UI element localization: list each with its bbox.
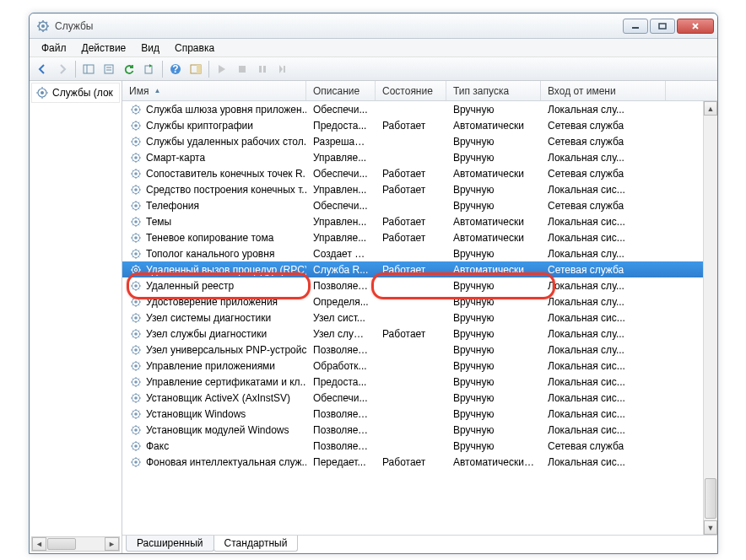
service-name: Служба шлюза уровня приложен... [146,104,306,116]
service-logon: Локальная сис... [541,376,666,388]
tree-h-scrollbar[interactable]: ◄ ► [31,536,120,552]
service-gear-icon [129,103,143,116]
service-row[interactable]: Удостоверение приложенияОпределя...Вручн… [122,293,717,310]
service-row[interactable]: Службы удаленных рабочих стол...Разрешае… [122,133,717,149]
service-row[interactable]: Установщик WindowsПозволяет...ВручнуюЛок… [122,406,717,422]
show-hide-tree-button[interactable] [79,60,98,78]
service-logon: Локальная сис... [541,360,666,372]
scroll-right-icon[interactable]: ► [105,537,119,551]
scroll-left-icon[interactable]: ◄ [32,537,46,551]
svg-rect-3 [659,24,666,29]
svg-text:?: ? [172,63,178,75]
maximize-button[interactable] [650,19,675,34]
service-row[interactable]: Управление сертификатами и кл...Предоста… [122,374,717,390]
service-startup: Автоматически [446,120,541,132]
content-area: Службы (лок ◄ ► Имя Описание Состояние Т… [30,81,717,553]
menu-action[interactable]: Действие [75,40,133,56]
forward-button[interactable] [53,60,72,78]
service-description: Узел сист... [306,312,376,324]
svg-point-53 [134,364,138,368]
column-logon[interactable]: Вход от имени [541,81,666,100]
service-row[interactable]: Узел системы диагностикиУзел сист...Вруч… [122,310,717,326]
tab-extended[interactable]: Расширенный [126,536,214,552]
service-description: Предоста... [306,376,376,388]
service-row[interactable]: ТемыУправлен...РаботаетАвтоматическиЛока… [122,213,717,229]
svg-point-39 [134,252,138,256]
minimize-button[interactable] [623,19,648,34]
service-description: Управлен... [306,184,376,196]
scroll-down-icon[interactable]: ▼ [704,520,717,535]
service-description: Обеспечи... [306,168,376,180]
back-button[interactable] [33,60,51,78]
titlebar[interactable]: Службы [30,13,717,39]
v-scrollbar[interactable]: ▲ ▼ [703,101,717,535]
column-name[interactable]: Имя [122,81,306,100]
service-row[interactable]: Фоновая интеллектуальная служ...Передает… [122,454,717,470]
service-logon: Сетевая служба [541,168,666,180]
restart-service-button[interactable] [273,60,292,78]
tab-strip: Расширенный Стандартный [122,535,717,553]
service-name: Установщик модулей Windows [146,424,289,436]
service-gear-icon [129,279,143,293]
help-button[interactable]: ? [166,60,185,78]
menubar: Файл Действие Вид Справка [30,39,717,57]
export-button[interactable] [140,60,159,78]
scroll-thumb[interactable] [705,478,716,519]
service-gear-icon [129,343,143,357]
service-row[interactable]: Узел службы диагностикиУзел служ...Работ… [122,326,717,342]
scroll-up-icon[interactable]: ▲ [704,101,717,116]
services-list-panel: Имя Описание Состояние Тип запуска Вход … [122,81,717,553]
service-row[interactable]: ТелефонияОбеспечи...ВручнуюСетевая служб… [122,197,717,213]
service-row[interactable]: ФаксПозволяет...ВручнуюСетевая служба [122,438,717,454]
service-row[interactable]: Сопоставитель конечных точек R...Обеспеч… [122,165,717,181]
column-status[interactable]: Состояние [376,81,446,100]
service-row[interactable]: Установщик ActiveX (AxInstSV)Обеспечи...… [122,390,717,406]
service-row[interactable]: Удаленный реестрПозволяет...ВручнуюЛокал… [122,277,717,293]
tree-root-services[interactable]: Службы (лок [31,83,120,103]
action-pane-button[interactable] [186,60,205,78]
pause-service-button[interactable] [253,60,272,78]
service-row[interactable]: Тополог канального уровняСоздает ка...Вр… [122,245,717,261]
service-description: Обработк... [306,360,376,372]
service-status: Работает [376,232,446,244]
services-icon [36,19,50,33]
services-window: Службы Файл Действие Вид Справка ? [29,13,718,554]
service-row[interactable]: Удаленный вызов процедур (RPC)Служба R..… [122,261,717,277]
service-startup: Автоматически [446,168,541,180]
svg-point-27 [134,156,138,159]
service-row[interactable]: Службы криптографииПредоста...РаботаетАв… [122,117,717,133]
refresh-button[interactable] [120,60,138,78]
menu-view[interactable]: Вид [134,40,166,56]
svg-rect-13 [197,65,201,73]
column-startup[interactable]: Тип запуска [446,81,541,100]
service-description: Обеспечи... [306,200,376,212]
service-row[interactable]: Узел универсальных PNP-устройс...Позволя… [122,342,717,358]
menu-file[interactable]: Файл [35,40,73,56]
close-button[interactable] [677,19,714,34]
service-logon: Локальная сис... [541,456,666,468]
service-description: Разрешает... [306,136,376,148]
service-status: Работает [376,216,446,228]
service-logon: Сетевая служба [541,264,666,276]
toolbar: ? [30,57,717,81]
service-row[interactable]: Теневое копирование томаУправляе...Работ… [122,229,717,245]
stop-service-button[interactable] [233,60,251,78]
column-description[interactable]: Описание [306,81,376,100]
service-gear-icon [129,455,143,469]
start-service-button[interactable] [213,60,231,78]
menu-help[interactable]: Справка [168,40,221,56]
service-row[interactable]: Средство построения конечных т...Управле… [122,181,717,197]
service-row[interactable]: Смарт-картаУправляе...ВручнуюЛокальная с… [122,149,717,165]
service-startup: Вручную [446,312,541,324]
scroll-thumb[interactable] [47,538,76,550]
svg-point-29 [134,172,138,175]
service-name: Телефония [146,200,199,212]
tab-standard[interactable]: Стандартный [214,536,299,552]
service-row[interactable]: Служба шлюза уровня приложен...Обеспечи.… [122,101,717,117]
service-row[interactable]: Управление приложениямиОбработк...Вручну… [122,358,717,374]
service-name: Фоновая интеллектуальная служ... [146,456,306,468]
service-row[interactable]: Установщик модулей WindowsПозволяет...Вр… [122,422,717,438]
service-gear-icon [129,199,143,213]
svg-point-49 [134,332,138,336]
properties-button[interactable] [100,60,118,78]
